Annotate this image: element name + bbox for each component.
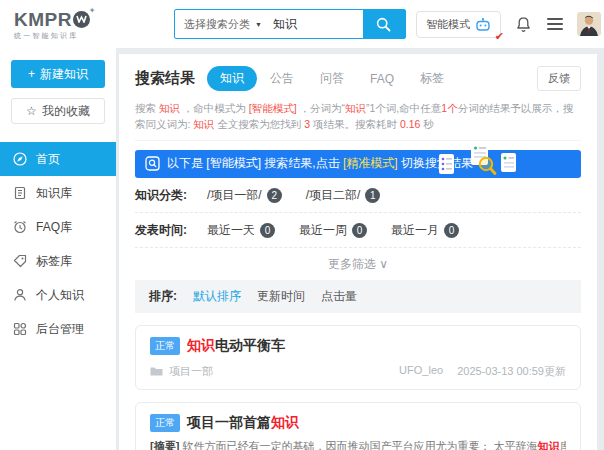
sidebar-item-tags[interactable]: 标签库 (0, 244, 116, 278)
search-results-panel: 搜索结果 知识 公告 问答 FAQ 标签 反馈 搜索 知识 ，命中模式为 [智能… (119, 54, 597, 450)
status-badge: 正常 (150, 337, 180, 355)
sidebar-item-admin[interactable]: 后台管理 (0, 312, 116, 346)
brand-logo[interactable]: KMPR ✦ 统一智能知识库 (14, 10, 90, 39)
summary-keyword: 知识 (345, 102, 366, 114)
sidebar-item-faq[interactable]: FAQ库 (0, 210, 116, 244)
filter-category-label: /项目二部/ (306, 187, 361, 204)
smart-mode-label: 智能模式 (426, 17, 470, 32)
summary-text: 秒 (420, 118, 433, 130)
filter-category-2[interactable]: /项目二部/ 1 (306, 187, 381, 204)
grid-icon (13, 322, 27, 336)
plus-icon: + (28, 67, 35, 81)
banner-text: 以下是 [智能模式] 搜索结果,点击 [精准模式] 切换搜索结果 (167, 155, 473, 172)
global-search: 选择搜索分类 ▼ (174, 9, 406, 39)
summary-text: ，命中模式为 (180, 102, 249, 114)
alarm-clock-icon (13, 220, 27, 234)
sort-clicks[interactable]: 点击量 (321, 288, 357, 305)
search-button[interactable] (363, 10, 405, 38)
summary-elapsed: 0.16 (400, 118, 420, 130)
banner-text-post: 切换搜索结果 (398, 156, 473, 170)
brand-logo-icon: ✦ (73, 11, 90, 28)
sidebar: + 新建知识 ☆ 我的收藏 首页 知识库 (0, 48, 116, 450)
result-title: 项目一部首篇知识 (187, 414, 299, 432)
result-title-link[interactable]: 正常 知识电动平衡车 (150, 337, 566, 355)
caret-down-icon: ▼ (255, 21, 262, 28)
chevron-down-icon: ∨ (379, 257, 388, 271)
tab-announcement[interactable]: 公告 (257, 66, 307, 91)
menu-burger-icon[interactable] (547, 18, 563, 30)
check-icon: ✔ (495, 30, 504, 43)
result-category: 项目一部 (169, 364, 213, 379)
favorites-label: 我的收藏 (42, 103, 90, 120)
result-title: 知识电动平衡车 (187, 337, 285, 355)
filter-category-label: /项目一部/ (207, 187, 262, 204)
notification-bell-icon[interactable] (515, 16, 532, 33)
time-filter-label: 发表时间: (135, 222, 207, 239)
search-input[interactable] (271, 10, 363, 38)
sidebar-item-knowledge-base[interactable]: 知识库 (0, 176, 116, 210)
result-author: UFO_leo (399, 364, 443, 379)
new-knowledge-button[interactable]: + 新建知识 (11, 60, 105, 88)
top-header: KMPR ✦ 统一智能知识库 选择搜索分类 ▼ 智能模式 ✔ (0, 0, 604, 48)
result-abstract: [摘要] 软件方面已经有一定的基础，因而推动国产平台应用尤为重要； 太平辞海知识… (150, 438, 566, 450)
search-icon (376, 17, 391, 32)
sort-label: 排序: (149, 288, 177, 305)
sidebar-item-label: 知识库 (36, 185, 72, 202)
sidebar-item-label: 首页 (36, 151, 60, 168)
more-filters-toggle[interactable]: 更多筛选 ∨ (135, 248, 581, 280)
sidebar-item-label: 标签库 (36, 253, 72, 270)
search-summary: 搜索 知识 ，命中模式为 [智能模式] ，分词为“知识”1个词,命中任意1个分词… (135, 100, 581, 141)
sort-default[interactable]: 默认排序 (193, 288, 241, 305)
category-filter-row: 知识分类: /项目一部/ 2 /项目二部/ 1 (135, 178, 581, 213)
filter-last-day[interactable]: 最近一天 0 (207, 222, 275, 239)
abstract-text: 软件方面已经有一定的基础，因而推动国产平台应用尤为重要； 太平辞海 (182, 440, 537, 450)
banner-search-icon (145, 156, 160, 171)
sidebar-item-personal[interactable]: 个人知识 (0, 278, 116, 312)
summary-mode: [智能模式] (249, 102, 297, 114)
count-badge: 0 (352, 223, 367, 238)
count-badge: 1 (365, 188, 380, 203)
smart-mode-button[interactable]: 智能模式 ✔ (416, 11, 501, 38)
sidebar-item-label: 后台管理 (36, 321, 84, 338)
abstract-highlight: 知识 (537, 440, 559, 450)
status-badge: 正常 (150, 414, 180, 432)
filter-category-1[interactable]: /项目一部/ 2 (207, 187, 282, 204)
summary-text: 项结果。搜索耗时 (310, 118, 400, 130)
filter-last-month[interactable]: 最近一月 0 (391, 222, 459, 239)
result-date: 2025-03-13 00:59更新 (457, 364, 566, 379)
tab-qa[interactable]: 问答 (307, 66, 357, 91)
count-badge: 0 (444, 223, 459, 238)
page-title: 搜索结果 (135, 69, 195, 88)
person-icon (13, 288, 27, 302)
summary-keyword: 知识 (159, 102, 180, 114)
tab-faq[interactable]: FAQ (357, 68, 407, 90)
app-body: + 新建知识 ☆ 我的收藏 首页 知识库 (0, 48, 604, 450)
tab-knowledge[interactable]: 知识 (207, 66, 257, 91)
sidebar-item-label: FAQ库 (36, 219, 72, 236)
title-rest: 项目一部首篇 (187, 414, 271, 430)
tab-tags[interactable]: 标签 (407, 66, 457, 91)
abstract-label: [摘要] (150, 440, 179, 450)
sort-bar: 排序: 默认排序 更新时间 点击量 (135, 280, 581, 313)
title-highlight: 知识 (271, 414, 299, 430)
favorites-button[interactable]: ☆ 我的收藏 (11, 98, 105, 124)
summary-text: 搜索 (135, 102, 159, 114)
result-title-link[interactable]: 正常 项目一部首篇知识 (150, 414, 566, 432)
filter-time-label: 最近一天 (207, 222, 255, 239)
filter-last-week[interactable]: 最近一周 0 (299, 222, 367, 239)
sidebar-item-home[interactable]: 首页 (0, 142, 116, 176)
search-category-label: 选择搜索分类 (184, 17, 250, 32)
user-avatar[interactable] (577, 12, 601, 36)
category-filter-label: 知识分类: (135, 187, 207, 204)
sidebar-item-label: 个人知识 (36, 287, 84, 304)
brand-name: KMPR (14, 10, 72, 29)
sort-update-time[interactable]: 更新时间 (257, 288, 305, 305)
feedback-button[interactable]: 反馈 (537, 66, 581, 91)
search-category-dropdown[interactable]: 选择搜索分类 ▼ (175, 10, 271, 38)
count-badge: 2 (267, 188, 282, 203)
count-badge: 0 (260, 223, 275, 238)
result-meta: UFO_leo 2025-03-13 00:59更新 (399, 364, 566, 379)
summary-text: 全文搜索为您找到 (214, 118, 304, 130)
banner-precise-mode-link[interactable]: [精准模式] (343, 156, 398, 170)
result-card: 正常 知识电动平衡车 项目一部 UFO_leo 2025-03-13 00:59… (135, 325, 581, 390)
